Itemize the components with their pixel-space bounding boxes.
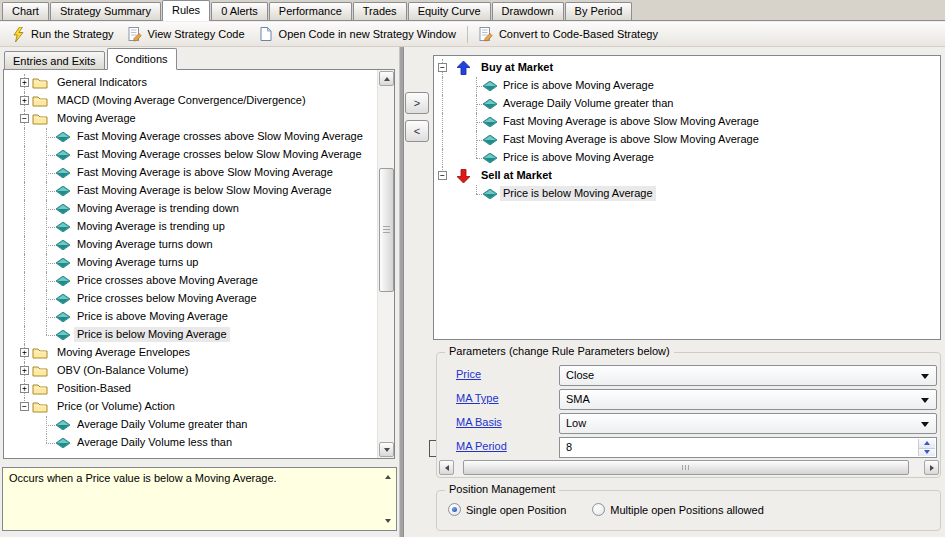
rule-condition[interactable]: Fast Moving Average is above Slow Moving… — [434, 131, 940, 149]
tree-condition[interactable]: Fast Moving Average is below Slow Moving… — [4, 182, 377, 200]
collapse-toggle-icon[interactable]: − — [438, 63, 447, 72]
tree-folder[interactable]: +Moving Average Envelopes — [4, 344, 377, 362]
run-the-strategy-button[interactable]: Run the Strategy — [4, 25, 121, 44]
radio-option-multiple-open-positions-allowed[interactable]: Multiple open Positions allowed — [592, 503, 763, 516]
tree-item-label[interactable]: OBV (On-Balance Volume) — [54, 363, 191, 378]
param-link-ma-basis[interactable]: MA Basis — [456, 416, 502, 428]
tree-item-label[interactable]: MACD (Moving Average Convergence/Diverge… — [54, 93, 309, 108]
conditions-tree-scrollbar[interactable] — [377, 70, 394, 458]
spin-up-button[interactable] — [919, 439, 935, 448]
tree-item-label[interactable]: Moving Average Envelopes — [54, 345, 193, 360]
tree-item-label[interactable]: Average Daily Volume less than — [74, 435, 235, 450]
rule-condition-label[interactable]: Average Daily Volume greater than — [500, 96, 676, 111]
tree-item-label[interactable]: Fast Moving Average crosses above Slow M… — [74, 129, 366, 144]
param-link-ma-type[interactable]: MA Type — [456, 392, 499, 404]
tree-condition[interactable]: Moving Average turns down — [4, 236, 377, 254]
tab-by-period[interactable]: By Period — [565, 2, 633, 20]
view-strategy-code-button[interactable]: View Strategy Code — [121, 25, 252, 44]
tree-item-label[interactable]: Fast Moving Average is below Slow Moving… — [74, 183, 335, 198]
left-tab-entries-and-exits[interactable]: Entries and Exits — [4, 51, 105, 70]
rule-condition-label[interactable]: Price is above Moving Average — [500, 78, 657, 93]
rule-header-label[interactable]: Sell at Market — [478, 168, 555, 183]
collapse-toggle-icon[interactable]: − — [20, 402, 29, 411]
tree-condition[interactable]: Fast Moving Average crosses above Slow M… — [4, 128, 377, 146]
rule-condition-label[interactable]: Fast Moving Average is above Slow Moving… — [500, 132, 762, 147]
tree-folder[interactable]: −Moving Average — [4, 110, 377, 128]
rule-condition-label[interactable]: Price is above Moving Average — [500, 150, 657, 165]
rule-condition[interactable]: Price is above Moving Average — [434, 149, 940, 167]
tree-item-label[interactable]: Price crosses above Moving Average — [74, 273, 261, 288]
expand-toggle-icon[interactable]: + — [20, 348, 29, 357]
scroll-down-button[interactable] — [379, 442, 394, 457]
buy-rule-header[interactable]: −Buy at Market — [434, 59, 940, 77]
ma-basis-dropdown[interactable]: Low — [559, 413, 937, 434]
remove-condition-button[interactable]: < — [405, 120, 429, 142]
scrollbar-thumb[interactable] — [463, 460, 909, 475]
tree-folder[interactable]: +MACD (Moving Average Convergence/Diverg… — [4, 92, 377, 110]
add-condition-button[interactable]: > — [405, 92, 429, 114]
tab-drawdown[interactable]: Drawdown — [492, 2, 564, 20]
panel-splitter[interactable] — [399, 47, 404, 537]
radio-unselected-icon[interactable] — [592, 503, 605, 516]
tree-item-label[interactable]: Moving Average turns down — [74, 237, 216, 252]
tree-item-label[interactable]: Price is below Moving Average — [74, 327, 230, 342]
tree-condition[interactable]: Moving Average is trending down — [4, 200, 377, 218]
rule-condition[interactable]: Fast Moving Average is above Slow Moving… — [434, 113, 940, 131]
tab-strategy-summary[interactable]: Strategy Summary — [50, 2, 161, 20]
tree-item-label[interactable]: Moving Average is trending up — [74, 219, 228, 234]
param-link-ma-period[interactable]: MA Period — [456, 440, 507, 452]
price-dropdown[interactable]: Close — [559, 365, 937, 386]
rule-condition-label[interactable]: Fast Moving Average is above Slow Moving… — [500, 114, 762, 129]
spin-down-button[interactable] — [919, 448, 935, 457]
tree-condition[interactable]: Fast Moving Average crosses below Slow M… — [4, 146, 377, 164]
tab-0-alerts[interactable]: 0 Alerts — [211, 2, 268, 20]
rule-header-label[interactable]: Buy at Market — [478, 60, 556, 75]
tree-item-label[interactable]: Moving Average — [54, 111, 139, 126]
scroll-left-button[interactable] — [439, 460, 454, 475]
tree-condition[interactable]: Fast Moving Average is above Slow Moving… — [4, 164, 377, 182]
tree-condition[interactable]: Average Daily Volume less than — [4, 434, 377, 452]
tree-item-label[interactable]: General Indicators — [54, 75, 150, 90]
tree-item-label[interactable]: Average Daily Volume greater than — [74, 417, 250, 432]
tree-item-label[interactable]: Moving Average is trending down — [74, 201, 242, 216]
description-scroll-down-icon[interactable] — [385, 519, 391, 523]
tree-item-label[interactable]: Price is above Moving Average — [74, 309, 231, 324]
tree-folder[interactable]: +Position-Based — [4, 380, 377, 398]
tab-performance[interactable]: Performance — [269, 2, 352, 20]
tree-item-label[interactable]: Position-Based — [54, 381, 134, 396]
ma-type-dropdown[interactable]: SMA — [559, 389, 937, 410]
tree-folder[interactable]: −Price (or Volume) Action — [4, 398, 377, 416]
tree-condition[interactable]: Price crosses below Moving Average — [4, 290, 377, 308]
expand-toggle-icon[interactable]: + — [20, 384, 29, 393]
ma-period-spinner[interactable]: 8 — [559, 437, 937, 458]
rule-condition[interactable]: Price is above Moving Average — [434, 77, 940, 95]
parameters-horizontal-scrollbar[interactable] — [439, 460, 939, 476]
rule-condition-label[interactable]: Price is below Moving Average — [500, 186, 656, 201]
tree-condition[interactable]: Price crosses above Moving Average — [4, 272, 377, 290]
tree-item-label[interactable]: Fast Moving Average crosses below Slow M… — [74, 147, 365, 162]
tree-item-label[interactable]: Price (or Volume) Action — [54, 399, 178, 414]
tree-item-label[interactable]: Price crosses below Moving Average — [74, 291, 260, 306]
tab-chart[interactable]: Chart — [2, 2, 49, 20]
radio-option-single-open-position[interactable]: Single open Position — [448, 503, 566, 516]
tab-trades[interactable]: Trades — [353, 2, 407, 20]
sell-rule-header[interactable]: −Sell at Market — [434, 167, 940, 185]
convert-to-code-based-strategy-button[interactable]: Convert to Code-Based Strategy — [472, 25, 665, 44]
scrollbar-thumb[interactable] — [379, 168, 394, 292]
tree-condition[interactable]: Price is above Moving Average — [4, 308, 377, 326]
description-scroll-up-icon[interactable] — [385, 475, 391, 479]
rule-condition[interactable]: Price is below Moving Average — [434, 185, 940, 203]
tree-folder[interactable]: +OBV (On-Balance Volume) — [4, 362, 377, 380]
tree-condition[interactable]: Average Daily Volume greater than — [4, 416, 377, 434]
left-tab-conditions[interactable]: Conditions — [107, 48, 177, 70]
expand-toggle-icon[interactable]: + — [20, 96, 29, 105]
tree-item-label[interactable]: Fast Moving Average is above Slow Moving… — [74, 165, 336, 180]
scroll-up-button[interactable] — [379, 71, 394, 86]
collapse-toggle-icon[interactable]: − — [20, 114, 29, 123]
tree-condition[interactable]: Moving Average is trending up — [4, 218, 377, 236]
tab-equity-curve[interactable]: Equity Curve — [408, 2, 491, 20]
expand-toggle-icon[interactable]: + — [20, 366, 29, 375]
rule-condition[interactable]: Average Daily Volume greater than — [434, 95, 940, 113]
collapse-toggle-icon[interactable]: − — [438, 171, 447, 180]
tab-rules[interactable]: Rules — [162, 0, 210, 21]
